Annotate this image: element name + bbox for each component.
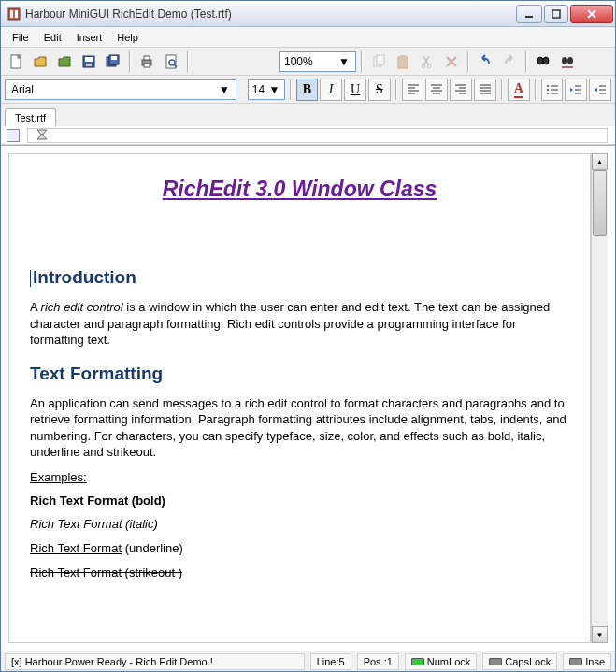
ruler-track[interactable]	[27, 128, 608, 143]
separator	[535, 79, 537, 100]
minimize-button[interactable]	[516, 5, 542, 23]
scroll-up-icon[interactable]: ▲	[592, 153, 608, 170]
paste-icon[interactable]	[392, 50, 414, 73]
separator	[361, 51, 363, 72]
tab-stop-icon[interactable]	[7, 129, 20, 142]
menu-insert[interactable]: Insert	[69, 29, 110, 46]
separator	[525, 51, 527, 72]
status-insert: Inse	[563, 653, 611, 670]
svg-rect-11	[111, 56, 117, 60]
align-center-button[interactable]	[425, 79, 448, 101]
separator	[501, 79, 503, 100]
zoom-value: 100%	[284, 55, 313, 68]
toolbar-format: Arial ▼ 14 ▼ B I U S A	[1, 76, 615, 104]
svg-rect-14	[144, 64, 150, 67]
svg-point-25	[543, 57, 549, 64]
chevron-down-icon: ▼	[337, 55, 351, 68]
open-icon[interactable]	[29, 50, 51, 73]
strike-button[interactable]: S	[368, 79, 391, 101]
preview-icon[interactable]	[160, 50, 182, 73]
find-icon[interactable]	[532, 50, 554, 73]
toolbar-main: 100% ▼	[1, 48, 615, 76]
indent-less-button[interactable]	[565, 79, 587, 101]
doc-example-bold: Rich Text Format (bold)	[30, 493, 569, 508]
window-title: Harbour MiniGUI RichEdit Demo (Test.rtf)	[25, 7, 514, 21]
zoom-select[interactable]: 100% ▼	[279, 51, 356, 72]
tab-document[interactable]: Test.rtf	[5, 108, 56, 126]
font-value: Arial	[11, 83, 34, 96]
save-icon[interactable]	[78, 50, 100, 73]
svg-rect-21	[400, 55, 406, 58]
align-right-button[interactable]	[450, 79, 472, 101]
align-left-button[interactable]	[402, 79, 424, 101]
app-window: Harbour MiniGUI RichEdit Demo (Test.rtf)…	[0, 0, 616, 672]
menu-edit[interactable]: Edit	[36, 29, 69, 46]
replace-icon[interactable]	[556, 50, 579, 73]
svg-point-27	[562, 57, 567, 64]
svg-rect-19	[377, 55, 384, 64]
svg-point-49	[547, 93, 549, 94]
svg-rect-4	[552, 10, 560, 18]
svg-rect-1	[10, 10, 13, 18]
copy-icon[interactable]	[367, 50, 390, 73]
status-numlock: NumLock	[405, 653, 477, 670]
window-buttons	[514, 5, 613, 23]
cut-icon[interactable]	[416, 50, 438, 73]
undo-icon[interactable]	[474, 50, 496, 73]
doc-example-underline: Rich Text Format (underline)	[30, 540, 569, 557]
svg-rect-3	[525, 16, 533, 18]
redo-icon[interactable]	[498, 50, 521, 73]
doc-heading-fmt: Text Formatting	[30, 364, 569, 384]
status-capslock: CapsLock	[482, 653, 557, 670]
separator	[187, 51, 189, 72]
menu-help[interactable]: Help	[109, 29, 146, 46]
delete-icon[interactable]	[440, 50, 463, 73]
separator	[395, 79, 397, 100]
font-color-button[interactable]: A	[508, 79, 530, 101]
close-button[interactable]	[570, 5, 613, 23]
separator	[290, 79, 292, 100]
menubar: File Edit Insert Help	[1, 27, 615, 48]
open-folder-icon[interactable]	[53, 50, 76, 73]
svg-rect-7	[85, 57, 93, 62]
menu-file[interactable]: File	[5, 29, 36, 46]
svg-rect-20	[398, 57, 408, 68]
led-icon	[569, 658, 582, 665]
separator	[129, 51, 131, 72]
chevron-down-icon: ▼	[269, 83, 280, 96]
font-select[interactable]: Arial ▼	[5, 79, 236, 100]
vertical-scrollbar[interactable]: ▲ ▼	[591, 153, 608, 643]
underline-button[interactable]: U	[344, 79, 366, 101]
text-cursor	[30, 270, 31, 287]
statusbar: [x] Harbour Power Ready - Rich Edit Demo…	[1, 651, 615, 671]
svg-point-47	[547, 89, 549, 91]
bullets-button[interactable]	[541, 79, 564, 101]
status-message: [x] Harbour Power Ready - Rich Edit Demo…	[5, 653, 305, 670]
scroll-thumb[interactable]	[593, 170, 607, 236]
svg-rect-8	[86, 64, 92, 66]
led-icon	[489, 658, 502, 665]
save-all-icon[interactable]	[102, 50, 124, 73]
bold-button[interactable]: B	[296, 79, 319, 101]
align-justify-button[interactable]	[474, 79, 496, 101]
editor-area: RichEdit 3.0 Window Class Introduction A…	[1, 145, 615, 651]
doc-paragraph: A rich edit control is a window in which…	[30, 299, 569, 349]
size-value: 14	[252, 83, 265, 96]
new-icon[interactable]	[5, 50, 27, 73]
size-select[interactable]: 14 ▼	[248, 79, 285, 100]
maximize-button[interactable]	[544, 5, 568, 23]
scroll-down-icon[interactable]: ▼	[592, 626, 608, 643]
svg-point-24	[537, 57, 543, 64]
separator	[467, 51, 469, 72]
indent-marker-icon[interactable]	[37, 126, 47, 143]
indent-more-button[interactable]	[589, 79, 611, 101]
italic-button[interactable]: I	[320, 79, 342, 101]
document-editor[interactable]: RichEdit 3.0 Window Class Introduction A…	[8, 153, 591, 643]
doc-title: RichEdit 3.0 Window Class	[30, 177, 569, 202]
ruler	[1, 126, 615, 145]
svg-point-28	[567, 57, 573, 64]
doc-examples-label: Examples:	[30, 470, 569, 484]
led-icon	[411, 658, 424, 665]
status-line: Line:5	[310, 653, 351, 670]
print-icon[interactable]	[136, 50, 158, 73]
